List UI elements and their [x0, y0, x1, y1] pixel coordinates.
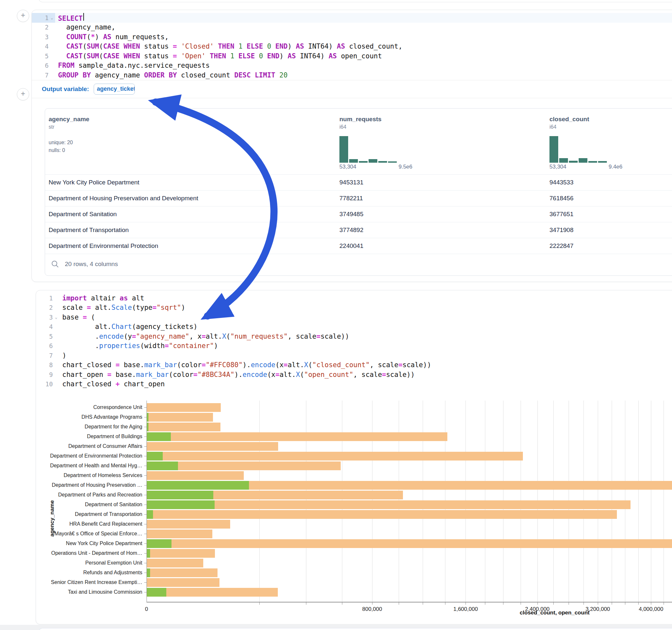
y-axis-tick [144, 407, 146, 408]
table-cell: New York City Police Department [49, 179, 339, 186]
line-number: 4 [32, 42, 55, 51]
line-number: 3 [32, 32, 55, 42]
python-line-8[interactable]: 8chart_closed = base.mark_bar(color="#FF… [36, 360, 672, 370]
bar-open_count [147, 588, 166, 597]
python-line-7[interactable]: 7) [36, 350, 672, 360]
column-header-agency_name[interactable]: agency_namestrunique: 20nulls: 0 [49, 108, 339, 174]
y-axis-tick [144, 534, 146, 534]
sql-line-5[interactable]: 5 CAST(SUM(CASE WHEN status = 'Open' THE… [32, 51, 672, 61]
histogram-bar [559, 158, 568, 163]
output-variable-label: Output variable: [42, 86, 89, 93]
sql-line-1[interactable]: 1⌄SELECT [32, 13, 672, 23]
python-code-editor[interactable]: 1import altair as alt2scale = alt.Scale(… [36, 290, 672, 389]
y-axis-category-label: Department of Housing Preservation … [52, 482, 142, 488]
add-cell-button-top[interactable]: + [17, 10, 29, 22]
python-line-4[interactable]: 4 alt.Chart(agency_tickets) [36, 322, 672, 332]
x-axis-tick [537, 602, 538, 605]
bar-open_count [147, 510, 153, 519]
table-cell: 9453131 [339, 179, 549, 186]
bar-open_count [147, 461, 178, 470]
y-axis-tick [144, 456, 146, 456]
bar-open_count [147, 432, 171, 441]
x-axis-tick [465, 602, 466, 605]
histogram-bar [368, 159, 377, 163]
python-line-5[interactable]: 5 .encode(y="agency_name", x=alt.X("num_… [36, 332, 672, 341]
sql-line-4[interactable]: 4 CAST(SUM(CASE WHEN status = 'Closed' T… [32, 42, 672, 51]
table-cell: Department of Environmental Protection [49, 242, 339, 249]
bar-open_count [147, 452, 163, 461]
bar-open_count [147, 549, 150, 558]
code-text: FROM sample_data.nyc.service_requests [55, 62, 210, 69]
bar-open_count [147, 491, 213, 500]
table-row-count: 20 rows, 4 columns [65, 261, 118, 268]
column-name: closed_count [549, 116, 672, 123]
python-line-2[interactable]: 2scale = alt.Scale(type="sqrt") [36, 303, 672, 313]
bar-closed_count [147, 568, 217, 577]
x-axis-tick [569, 602, 569, 605]
code-text: ) [59, 352, 67, 359]
table-cell: 3471908 [549, 226, 672, 234]
x-axis-tick [664, 602, 664, 605]
bar-closed_count [147, 510, 617, 519]
y-axis-category-label: Department for the Aging [85, 424, 142, 430]
sql-code-editor[interactable]: 1⌄SELECT2 agency_name,3 COUNT(*) AS num_… [32, 10, 672, 80]
table-row[interactable]: Department of Environmental Protection22… [45, 238, 672, 254]
y-axis-tick [144, 573, 146, 573]
fold-chevron-icon[interactable]: ⌄ [53, 315, 57, 319]
bar-closed_count [147, 452, 523, 461]
x-axis-tick [399, 602, 399, 605]
histogram-range-labels: 53,3049.4e6 [549, 164, 622, 170]
x-axis-tick [372, 602, 373, 605]
code-text: base = ( [59, 313, 95, 321]
code-text: import altair as alt [59, 294, 144, 302]
x-axis-tick-label: 3,200,000 [585, 606, 610, 612]
line-number: 5 [36, 332, 59, 341]
table-row[interactable]: Department of Sanitation37494853677651 [45, 207, 672, 222]
y-axis-tick [144, 495, 146, 495]
table-row[interactable]: Department of Housing Preservation and D… [45, 191, 672, 207]
table-row[interactable]: New York City Police Department945313194… [45, 175, 672, 191]
code-text: COUNT(*) AS num_requests, [55, 33, 169, 41]
bar-closed_count [147, 559, 203, 567]
column-name: agency_name [49, 116, 339, 123]
sql-line-3[interactable]: 3 COUNT(*) AS num_requests, [32, 32, 672, 42]
table-cell: Department of Housing Preservation and D… [49, 195, 339, 202]
code-text: GROUP BY agency_name ORDER BY closed_cou… [55, 71, 288, 79]
code-text: chart_closed = base.mark_bar(color="#FFC… [59, 361, 431, 369]
y-axis-category-label: Department of Parks and Recreation [58, 492, 142, 498]
y-axis-category-label: Correspondence Unit [93, 405, 142, 410]
python-line-10[interactable]: 10chart_closed + chart_open [36, 380, 672, 389]
column-histogram [549, 136, 608, 163]
sql-line-7[interactable]: 7GROUP BY agency_name ORDER BY closed_co… [32, 70, 672, 80]
python-line-9[interactable]: 9chart_open = base.mark_bar(color="#8BC3… [36, 370, 672, 380]
histogram-bar [339, 136, 348, 163]
python-line-6[interactable]: 6 .properties(width="container") [36, 341, 672, 351]
bar-closed_count [147, 471, 244, 480]
add-cell-button-output[interactable]: + [17, 88, 29, 100]
table-cell: 3774892 [339, 226, 549, 234]
column-histogram [339, 136, 398, 163]
table-cell: 3677651 [549, 211, 672, 218]
line-number: 6 [32, 61, 55, 71]
sql-line-6[interactable]: 6FROM sample_data.nyc.service_requests [32, 61, 672, 71]
search-icon[interactable] [51, 260, 59, 268]
y-axis-tick [144, 476, 146, 476]
python-line-3[interactable]: 3⌄base = ( [36, 312, 672, 322]
python-cell: 1import altair as alt2scale = alt.Scale(… [35, 290, 672, 625]
x-axis-tick [651, 602, 651, 605]
x-axis-tick [445, 602, 446, 605]
fold-chevron-icon[interactable]: ⌄ [49, 15, 53, 20]
column-header-closed_count[interactable]: closed_counti6453,3049.4e6 [549, 108, 672, 174]
table-row[interactable]: Department of Transportation377489234719… [45, 222, 672, 238]
bar-open_count [147, 568, 150, 577]
bar-closed_count [147, 500, 630, 509]
python-line-1[interactable]: 1import altair as alt [36, 293, 672, 303]
y-axis-tick [144, 505, 146, 505]
bar-open_count [147, 422, 148, 431]
column-header-num_requests[interactable]: num_requestsi6453,3049.5e6 [339, 108, 549, 174]
output-variable-input[interactable]: agency_tickets [94, 83, 135, 95]
histogram-bar [549, 136, 558, 163]
x-axis-tick-label: 4,000,000 [639, 606, 663, 612]
next-cell-edge [38, 628, 672, 630]
sql-line-2[interactable]: 2 agency_name, [32, 23, 672, 32]
